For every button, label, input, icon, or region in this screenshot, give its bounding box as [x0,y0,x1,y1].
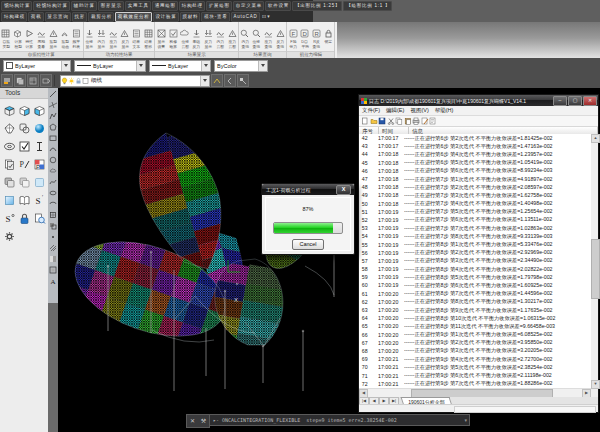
insert-block-icon[interactable] [48,209,58,220]
log-row[interactable]: 7117:00:21------正在进行第9步 第6次迭代 不平衡力收敛误差=2… [359,371,591,379]
close-button[interactable]: ✕ [583,96,597,106]
paste-icon[interactable] [404,117,413,126]
scroll-down-button[interactable]: ▼ [591,380,600,389]
box-wire-tool[interactable] [2,101,17,119]
menu-item-row1-1[interactable]: 轻钢结构计算 [33,1,70,11]
disp-result-icon[interactable]: 位移显示 [84,22,96,51]
s-degree-tool[interactable]: S [2,209,17,227]
torus-tool[interactable] [2,137,17,155]
log-row[interactable]: 5017:00:18------正在进行第7步 第4次迭代 不平衡力收敛误差=1… [359,200,591,208]
menu-item-row1-9[interactable]: 软件设置 [265,1,291,11]
log-row[interactable]: 6317:00:20------正在进行第8步 第9次迭代 不平衡力收敛误差=1… [359,306,591,314]
log-row[interactable]: 6517:00:20------正在进行第8步 第11次迭代 不平衡力收敛误差=… [359,322,591,330]
cancel-button[interactable]: Cancel [292,239,324,250]
menu-window-controls[interactable]: ⊡ ▾ [260,11,273,22]
box-front-tool[interactable] [32,101,47,119]
log-row[interactable]: 4717:00:18------正在进行第7步 第1次迭代 不平衡力收敛误差=4… [359,175,591,183]
circle-icon[interactable] [48,154,58,165]
force-result-icon[interactable]: 内力显示 [95,22,107,51]
menu-item-row1-0[interactable]: 钢结构计算 [1,1,32,11]
force-query-icon[interactable]: 内力查询 [239,22,251,51]
layer-group1-icon[interactable] [27,74,39,87]
menu-item-row2-7[interactable]: 膜材料 [180,12,201,22]
menu-item-row2-9[interactable]: AutoCAD [231,12,260,22]
log-row[interactable]: 5117:00:19------正在进行第7步 第5次迭代 不平衡力收敛误差=1… [359,208,591,216]
layer-states-icon[interactable] [14,74,26,87]
arc-icon[interactable] [48,143,58,154]
stress-cloud-icon[interactable]: 应力云图 [226,22,238,51]
print-icon[interactable] [412,117,421,126]
log-row[interactable]: 5217:00:19------正在进行第7步 第6次迭代 不平衡力收敛误差=1… [359,216,591,224]
display-setting-icon[interactable]: 显示设置 [155,22,167,51]
log-row[interactable]: 6417:00:20------正在进行第8步 第10次迭代 不平衡力收敛误差=… [359,314,591,322]
base-react-icon[interactable]: 基础反力 [191,22,203,51]
spline-icon[interactable] [48,176,58,187]
minimize-button[interactable]: – [553,96,567,106]
menu-item-row2-1[interactable]: 荷载 [28,12,44,22]
mtext-icon[interactable]: A [48,275,58,286]
layer-prev-icon[interactable] [224,74,236,87]
period-view-icon[interactable]: 周期查看 [35,22,47,51]
menu-item-row2-5[interactable]: 荷载效应分析 [115,12,152,22]
react-result-icon[interactable]: 反力显示 [119,22,131,51]
layer-combo[interactable]: 细线 [60,75,210,87]
menu-item-row1-3[interactable]: 图形显示 [98,1,124,11]
menu-item-row1-5[interactable]: 通用绘图 [152,1,178,11]
disp-query-icon[interactable]: 位移查询 [251,22,263,51]
zoom-page-tool[interactable] [32,209,47,227]
menu-item-row1-2[interactable]: 辅助计算 [71,1,97,11]
maximize-button[interactable]: ▢ [568,96,582,106]
s-prime-tool[interactable]: S′ [32,191,47,209]
log-row[interactable]: 7017:00:21------正在进行第9步 第5次迭代 不平衡力收敛误差=2… [359,363,591,371]
menu-item-row1-11[interactable]: 【绘图比例 1:1 】 [343,1,392,11]
f-pretension-icon[interactable]: FF预张力 [287,22,299,51]
menu-item-row2-0[interactable]: 结构建模 [1,12,27,22]
command-bar-grip[interactable]: ✕ ⚒ [186,414,210,428]
react-show-icon[interactable]: 反力显示 [203,22,215,51]
menu-item-row1-7[interactable]: 扩展绘图 [206,1,232,11]
layer-match-icon[interactable] [237,74,249,87]
menu-item-row2-3[interactable]: 找形 [72,12,88,22]
progress-dialog-titlebar[interactable]: 工况1-荷载分析过程 X [262,184,354,195]
layer-properties-icon[interactable] [1,74,13,87]
log-row[interactable]: 4617:00:18------正在进行第6步 第6次迭代 不平衡力收敛误差=8… [359,167,591,175]
gradient-square-tool[interactable] [2,191,17,209]
log-row[interactable]: 4217:00:17------正在进行第6步 第2次迭代 不平衡力收敛误差=1… [359,134,591,142]
vertical-scrollbar[interactable]: ▲ ▼ [591,134,598,389]
hatch-icon[interactable] [48,242,58,253]
log-row[interactable]: 5717:00:19------正在进行第8步 第3次迭代 不平衡力收敛误差=2… [359,257,591,265]
command-bar-close-icon[interactable]: ✕ [190,416,195,426]
book-tool[interactable] [17,191,32,209]
ellipse-arc-icon[interactable] [48,198,58,209]
lineweight-combo[interactable]: ByLayer [149,60,211,72]
graph-result-icon[interactable]: 结果图形 [143,22,155,51]
cut-icon[interactable] [387,117,396,126]
menu-item-row2-6[interactable]: 设计验算 [153,12,179,22]
log-window-titlebar[interactable]: 日志 D:\2019内部\成都190601复兴项目\中庭190601复兴蝴蝶V1… [359,95,598,106]
freq-list-icon[interactable]: 频率列表 [71,22,83,51]
region-icon[interactable] [48,264,58,275]
layer-dropdown-arrow[interactable] [200,76,209,86]
edit-icon[interactable] [421,117,430,126]
linetype-combo[interactable]: ByLayer [74,60,146,72]
log-row[interactable]: 5817:00:19------正在进行第8步 第4次迭代 不平衡力收敛误差=2… [359,265,591,273]
log-row[interactable]: 4317:00:17------正在进行第6步 第3次迭代 不平衡力收敛误差=1… [359,142,591,150]
squares-pair-tool[interactable] [2,173,17,191]
modal-model-icon[interactable]: 计算模型 [12,22,24,51]
pf-grid-tool[interactable]: P [32,155,47,173]
check-calc-icon[interactable]: 检修验算 [167,22,179,51]
new-file-icon[interactable] [361,117,370,126]
menu-item-row2-8[interactable]: 模块-查看 [201,12,229,22]
layer-group2-icon[interactable] [40,74,52,87]
text-cursor-tool[interactable] [32,137,47,155]
polygon-icon[interactable] [48,121,58,132]
vertical-scroll-thumb[interactable] [591,239,600,299]
check-tool[interactable] [17,137,32,155]
combo-dropdown-arrow[interactable] [61,61,70,71]
log-table-body[interactable]: 4217:00:17------正在进行第6步 第2次迭代 不平衡力收敛误差=1… [359,134,591,389]
command-input[interactable]: ▸- ONCALCINTEGRATION_FLEXIBLE step=9 ite… [210,414,470,426]
command-history-arrow[interactable]: ▾ [464,417,467,423]
disp-cloud-icon[interactable]: 位移云图 [179,22,191,51]
log-row[interactable]: 5317:00:19------正在进行第7步 第7次迭代 不平衡力收敛误差=1… [359,224,591,232]
force-cloud-icon[interactable]: 内力云图 [214,22,226,51]
